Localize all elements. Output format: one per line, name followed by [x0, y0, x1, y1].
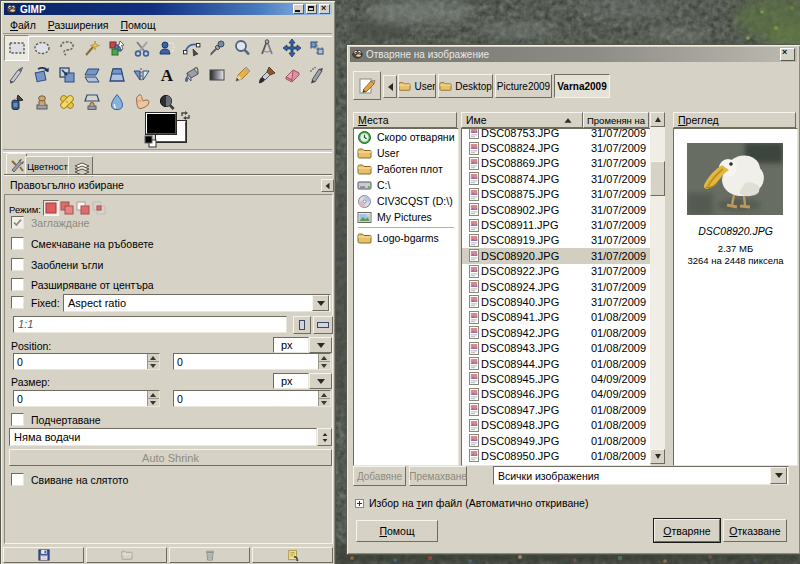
scrollbar-thumb[interactable] [650, 161, 665, 196]
type-filename-button[interactable] [353, 71, 381, 100]
file-row[interactable]: DSC08824.JPG31/07/2009 [462, 140, 650, 155]
file-filter-combo[interactable]: Всички изображения [493, 466, 789, 485]
tool-blend-button[interactable] [204, 62, 229, 88]
scroll-up-button[interactable] [650, 112, 665, 127]
place-item-civ3cqst-d-[interactable]: CIV3CQST (D:\) [354, 193, 458, 209]
preview-header[interactable]: Преглед [673, 112, 796, 128]
tool-eraser-button[interactable] [279, 62, 304, 88]
file-row[interactable]: DSC08947.JPG01/08/2009 [462, 402, 650, 417]
file-row[interactable]: DSC08943.JPG01/08/2009 [462, 340, 650, 355]
file-row[interactable]: DSC08950.JPG01/08/2009 [462, 448, 650, 463]
antialias-checkbox[interactable] [11, 216, 24, 229]
maximize-button[interactable] [306, 4, 317, 14]
path-button-user[interactable]: User [398, 74, 436, 98]
shrink-merged-checkbox-row[interactable]: Свиване на слятото [11, 473, 128, 486]
fixed-combo[interactable]: Aspect ratio [63, 294, 331, 312]
auto-shrink-button[interactable]: Auto Shrink [9, 449, 332, 466]
dock-menu-button[interactable] [321, 179, 334, 192]
tool-measure-button[interactable] [254, 35, 279, 61]
reset-options-button[interactable] [252, 547, 333, 563]
nav-back-button[interactable] [383, 75, 397, 98]
help-button[interactable]: Помощ [356, 520, 438, 542]
tool-blur-button[interactable] [104, 89, 129, 115]
place-item-logo-bgarms[interactable]: Logo-bgarms [354, 230, 458, 246]
tool-zoom-button[interactable] [229, 35, 254, 61]
file-row[interactable]: DSC08946.JPG04/09/2009 [462, 387, 650, 402]
open-button[interactable]: Отваряне [654, 519, 720, 542]
file-filter-arrow[interactable] [770, 467, 787, 484]
tool-flip-button[interactable] [129, 62, 154, 88]
path-button-picture2009[interactable]: Picture2009 [495, 74, 552, 98]
size-width-spinbox[interactable]: 0 [13, 390, 160, 407]
file-row-selected[interactable]: DSC08920.JPG31/07/2009 [462, 248, 650, 263]
file-row[interactable]: DSC08919.JPG31/07/2009 [462, 233, 650, 248]
feather-edges-checkbox[interactable] [11, 237, 24, 250]
file-list-scrollbar[interactable] [650, 112, 665, 464]
tool-heal-button[interactable] [54, 89, 79, 115]
remove-bookmark-button[interactable]: Премахване [409, 466, 467, 486]
file-row[interactable]: DSC08942.JPG01/08/2009 [462, 325, 650, 340]
file-row[interactable]: DSC08911.JPG31/07/2009 [462, 217, 650, 232]
tool-rotate-button[interactable] [29, 62, 54, 88]
dialog-titlebar[interactable]: Отваряне на изображение × [350, 47, 797, 62]
tool-paths-button[interactable] [179, 35, 204, 61]
position-unit-arrow[interactable] [309, 337, 332, 353]
path-button-varna2009[interactable]: Varna2009 [554, 74, 610, 98]
tool-align-button[interactable] [304, 35, 329, 61]
expand-from-center-checkbox[interactable] [11, 278, 24, 291]
menu-extensions[interactable]: Разширения [42, 18, 115, 32]
size-width-spin-arrows[interactable] [147, 391, 159, 406]
menu-help[interactable]: Помощ [114, 18, 161, 32]
tool-ellipse-select-button[interactable] [29, 35, 54, 61]
tool-rect-select-button[interactable] [4, 35, 29, 61]
cancel-button[interactable]: Отказване [723, 519, 787, 542]
file-row[interactable]: DSC08875.JPG31/07/2009 [462, 187, 650, 202]
tool-fuzzy-select-button[interactable] [79, 35, 104, 61]
place-item-user[interactable]: User [354, 145, 458, 161]
fixed-checkbox-row[interactable]: Fixed: [11, 296, 60, 309]
tool-clone-button[interactable] [29, 89, 54, 115]
tool-ink-button[interactable] [4, 89, 29, 115]
fixed-checkbox[interactable] [11, 296, 24, 309]
places-header[interactable]: Места [353, 112, 457, 128]
path-button-desktop[interactable]: Desktop [438, 74, 493, 98]
place-item-скоро-отваряни[interactable]: Скоро отваряни [354, 129, 458, 145]
highlight-checkbox[interactable] [11, 413, 24, 426]
tool-text-button[interactable]: A [154, 62, 179, 88]
file-row[interactable]: DSC08948.JPG01/08/2009 [462, 417, 650, 432]
tool-paintbrush-button[interactable] [254, 62, 279, 88]
antialias-checkbox-row[interactable]: Заглаждане [11, 216, 89, 229]
file-row[interactable]: DSC08922.JPG31/07/2009 [462, 264, 650, 279]
delete-options-button[interactable] [169, 547, 250, 563]
file-row[interactable]: DSC08753.JPG31/07/2009 [462, 128, 650, 140]
landscape-button[interactable] [313, 316, 333, 334]
tool-pencil-button[interactable] [229, 62, 254, 88]
scroll-down-button[interactable] [650, 449, 665, 464]
position-x-spinbox[interactable]: 0 [13, 353, 160, 370]
shrink-merged-checkbox[interactable] [11, 473, 24, 486]
add-bookmark-button[interactable]: Добавяне [353, 466, 406, 486]
tool-crop-button[interactable] [4, 62, 29, 88]
tool-select-by-color-button[interactable] [104, 35, 129, 61]
tool-perspective-button[interactable] [104, 62, 129, 88]
mode-intersect-button[interactable] [91, 200, 107, 216]
save-options-button[interactable] [3, 547, 84, 563]
tool-foreground-select-button[interactable] [154, 35, 179, 61]
default-colors-icon[interactable] [144, 135, 157, 148]
highlight-checkbox-row[interactable]: Подчертаване [11, 413, 101, 426]
menu-file[interactable]: Файл [4, 18, 42, 32]
size-height-spin-arrows[interactable] [318, 391, 330, 406]
expand-from-center-checkbox-row[interactable]: Разширяване от центъра [11, 278, 154, 291]
position-y-spinbox[interactable]: 0 [173, 353, 331, 370]
column-header-name[interactable]: Име [461, 112, 583, 128]
column-header-date[interactable]: Променян на [583, 112, 649, 128]
swap-colors-icon[interactable] [180, 110, 191, 121]
tool-shear-button[interactable] [79, 62, 104, 88]
dialog-close-button[interactable]: × [780, 48, 795, 61]
file-row[interactable]: DSC08924.JPG31/07/2009 [462, 279, 650, 294]
mode-add-button[interactable] [59, 200, 75, 216]
position-x-spin-arrows[interactable] [147, 354, 159, 369]
file-row[interactable]: DSC08902.JPG31/07/2009 [462, 202, 650, 217]
file-row[interactable]: DSC08944.JPG01/08/2009 [462, 356, 650, 371]
place-item-c-[interactable]: C:\ [354, 177, 458, 193]
